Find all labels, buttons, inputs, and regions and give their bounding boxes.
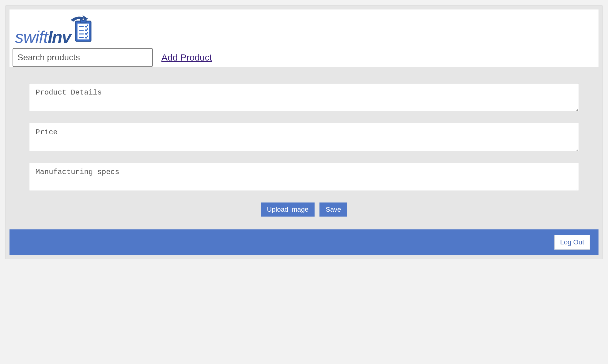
manufacturing-specs-field[interactable] <box>29 163 579 191</box>
search-input[interactable] <box>13 48 153 67</box>
footer-bar: Log Out <box>9 229 599 255</box>
logo: swiftInv <box>13 13 595 47</box>
add-product-link[interactable]: Add Product <box>161 52 212 63</box>
clipboard-checklist-icon <box>70 14 94 45</box>
svg-point-2 <box>82 18 85 20</box>
product-details-field[interactable] <box>29 83 579 111</box>
upload-image-button[interactable]: Upload image <box>261 202 315 217</box>
product-form: Upload image Save <box>9 67 599 229</box>
logo-text-swift: swift <box>15 28 48 46</box>
logo-text-inv: Inv <box>48 28 71 46</box>
price-field[interactable] <box>29 123 579 151</box>
form-button-row: Upload image Save <box>29 202 579 217</box>
app-frame: swiftInv <box>6 6 602 259</box>
logout-button[interactable]: Log Out <box>554 235 590 250</box>
header-controls: Add Product <box>13 47 595 67</box>
save-button[interactable]: Save <box>319 202 347 217</box>
header: swiftInv <box>9 9 599 67</box>
